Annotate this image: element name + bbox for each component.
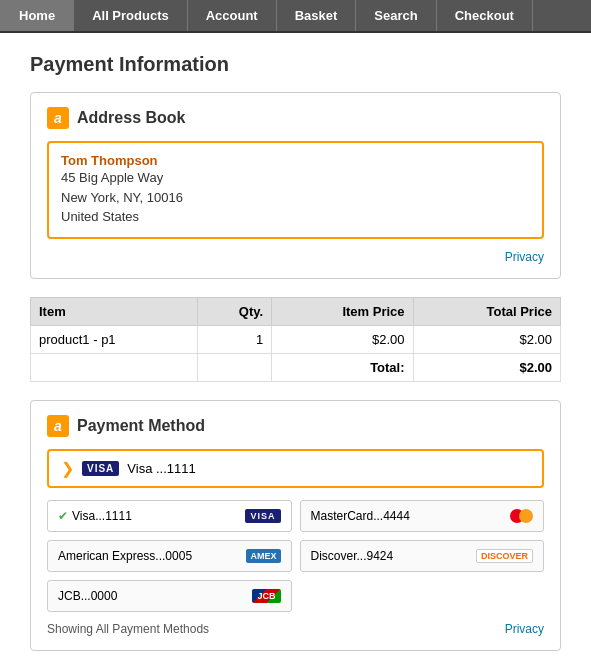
table-row: product1 - p1 1 $2.00 $2.00 <box>31 325 561 353</box>
card-discover9424-label: Discover...9424 <box>311 549 476 563</box>
address-card[interactable]: Tom Thompson 45 Big Apple Way New York, … <box>47 141 544 239</box>
mastercard-logo <box>510 509 533 523</box>
nav-item-checkout[interactable]: Checkout <box>437 0 533 31</box>
address-city: New York, NY, 10016 <box>61 188 530 208</box>
payment-footer: Showing All Payment Methods Privacy <box>47 622 544 636</box>
showing-all-label: Showing All Payment Methods <box>47 622 209 636</box>
visa-logo: VISA <box>245 509 280 523</box>
amazon-payment-icon: a <box>47 415 69 437</box>
nav-item-search[interactable]: Search <box>356 0 436 31</box>
order-table: Item Qty. Item Price Total Price product… <box>30 297 561 382</box>
payment-method-section: a Payment Method ❯ VISA Visa ...1111 ✔ V… <box>30 400 561 651</box>
address-book-header: a Address Book <box>47 107 544 129</box>
address-street: 45 Big Apple Way <box>61 168 530 188</box>
card-visa1111-label: Visa...1111 <box>72 509 245 523</box>
amazon-icon: a <box>47 107 69 129</box>
payment-method-header: a Payment Method <box>47 415 544 437</box>
payment-card-discover9424[interactable]: Discover...9424 DISCOVER <box>300 540 545 572</box>
card-amex0005-label: American Express...0005 <box>58 549 246 563</box>
col-item: Item <box>31 297 198 325</box>
row-qty: 1 <box>198 325 272 353</box>
payment-card-jcb0000[interactable]: JCB...0000 JCB <box>47 580 292 612</box>
address-country: United States <box>61 207 530 227</box>
amex-logo: AMEX <box>246 549 280 563</box>
nav-item-home[interactable]: Home <box>0 0 74 31</box>
chevron-icon: ❯ <box>61 459 74 478</box>
discover-logo: DISCOVER <box>476 549 533 563</box>
visa-logo-selected: VISA <box>82 461 119 476</box>
total-empty-1 <box>31 353 198 381</box>
total-row: Total: $2.00 <box>31 353 561 381</box>
checkmark-icon: ✔ <box>58 509 68 523</box>
payment-cards-grid: ✔ Visa...1111 VISA MasterCard...4444 Ame… <box>47 500 544 612</box>
payment-privacy-link[interactable]: Privacy <box>505 622 544 636</box>
address-book-title: Address Book <box>77 109 185 127</box>
col-qty: Qty. <box>198 297 272 325</box>
payment-method-title: Payment Method <box>77 417 205 435</box>
selected-payment-display[interactable]: ❯ VISA Visa ...1111 <box>47 449 544 488</box>
col-total-price: Total Price <box>413 297 560 325</box>
row-total-price: $2.00 <box>413 325 560 353</box>
nav-item-basket[interactable]: Basket <box>277 0 357 31</box>
row-item: product1 - p1 <box>31 325 198 353</box>
page-title: Payment Information <box>30 53 561 76</box>
payment-card-visa1111[interactable]: ✔ Visa...1111 VISA <box>47 500 292 532</box>
payment-card-mc4444[interactable]: MasterCard...4444 <box>300 500 545 532</box>
total-value: $2.00 <box>413 353 560 381</box>
selected-payment-label: Visa ...1111 <box>127 461 195 476</box>
col-item-price: Item Price <box>272 297 413 325</box>
address-name: Tom Thompson <box>61 153 530 168</box>
card-jcb0000-label: JCB...0000 <box>58 589 252 603</box>
payment-card-amex0005[interactable]: American Express...0005 AMEX <box>47 540 292 572</box>
total-label: Total: <box>272 353 413 381</box>
nav-item-all-products[interactable]: All Products <box>74 0 188 31</box>
row-item-price: $2.00 <box>272 325 413 353</box>
address-book-section: a Address Book Tom Thompson 45 Big Apple… <box>30 92 561 279</box>
address-privacy: Privacy <box>47 249 544 264</box>
total-empty-2 <box>198 353 272 381</box>
nav-item-account[interactable]: Account <box>188 0 277 31</box>
main-nav: HomeAll ProductsAccountBasketSearchCheck… <box>0 0 591 33</box>
card-mc4444-label: MasterCard...4444 <box>311 509 511 523</box>
address-privacy-link[interactable]: Privacy <box>505 250 544 264</box>
jcb-logo: JCB <box>252 589 280 603</box>
